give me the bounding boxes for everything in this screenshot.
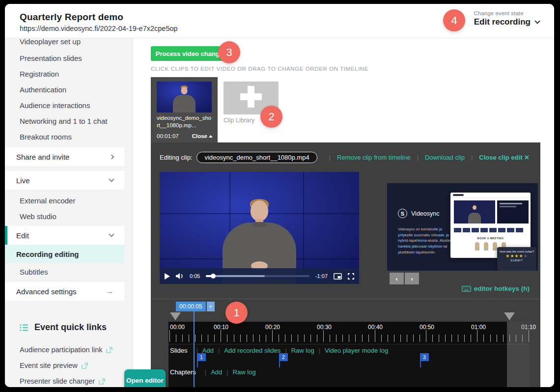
link-event-site-preview[interactable]: Event site preview bbox=[20, 362, 88, 369]
screenshot-video-block bbox=[454, 200, 495, 224]
ruler-tick bbox=[451, 335, 452, 342]
slide-marker-1[interactable]: 1 bbox=[197, 353, 206, 361]
sidebar-item-presentation-slides[interactable]: Presentation slides bbox=[5, 54, 133, 62]
sidebar-item-audience-interactions[interactable]: Audience interactions bbox=[5, 101, 133, 110]
editing-filename-field[interactable]: videosync_demo_short__1080p.mp4 bbox=[196, 152, 317, 163]
slides-add-recorded-link[interactable]: Add recorded slides bbox=[224, 347, 280, 354]
video-player-mode-log-link[interactable]: Video player mode log bbox=[325, 347, 388, 354]
external-link-icon bbox=[106, 347, 112, 353]
close-clip-edit-link[interactable]: Close clip edit ✕ bbox=[479, 154, 530, 161]
ruler-tick bbox=[227, 335, 227, 342]
ruler-tick bbox=[458, 335, 458, 342]
seek-knob[interactable] bbox=[211, 274, 216, 279]
annotation-badge-4: 4 bbox=[443, 9, 465, 31]
next-slide-button[interactable]: › bbox=[405, 273, 419, 284]
slide-marker-2[interactable]: 2 bbox=[279, 353, 288, 361]
link-audience-participation[interactable]: Audience participation link bbox=[20, 346, 112, 354]
app-window: Quarterly Report demo https://demo.video… bbox=[5, 4, 554, 387]
previous-slide-button[interactable]: ‹ bbox=[390, 273, 404, 284]
annotation-badge-3: 3 bbox=[218, 41, 240, 63]
play-button[interactable] bbox=[165, 273, 170, 280]
sidebar-item-registration[interactable]: Registration bbox=[5, 70, 133, 78]
trim-end-handle[interactable] bbox=[504, 312, 515, 320]
rating-stars: ★★★★★ bbox=[497, 253, 536, 259]
clip-filename: videosync_demo_short__1080p.mp... bbox=[157, 114, 213, 129]
chapters-raw-log-link[interactable]: Raw log bbox=[233, 368, 256, 376]
list-icon bbox=[20, 324, 28, 332]
sidebar-section-advanced-settings[interactable]: Advanced settings → bbox=[5, 282, 124, 301]
download-clip-link[interactable]: Download clip bbox=[425, 154, 465, 161]
tick-label: 00:00 bbox=[170, 324, 185, 331]
ruler-tick bbox=[317, 335, 317, 342]
remove-clip-link[interactable]: Remove clip from timeline bbox=[337, 154, 411, 161]
ruler-tick bbox=[362, 335, 363, 342]
keyboard-icon bbox=[462, 286, 471, 292]
chapters-track-row: Chapters | Add | Raw log bbox=[170, 367, 256, 376]
collapse-icon bbox=[209, 135, 213, 138]
slide-brand-row: S Videosync bbox=[398, 209, 439, 218]
slides-raw-log-link[interactable]: Raw log bbox=[291, 347, 314, 354]
playhead-time-badge[interactable]: 00:00:05 + bbox=[176, 302, 215, 311]
external-link-icon bbox=[99, 378, 105, 385]
playhead-line[interactable] bbox=[194, 311, 195, 387]
volume-button[interactable] bbox=[176, 273, 184, 280]
ruler-tick bbox=[310, 335, 311, 342]
sidebar-item-authentication[interactable]: Authentication bbox=[5, 85, 133, 94]
clip-card-selected[interactable]: videosync_demo_short__1080p.mp... 00:01:… bbox=[151, 77, 218, 142]
ruler-tick bbox=[182, 335, 183, 342]
editor-hotkeys-link[interactable]: editor hotkeys (h) bbox=[462, 285, 530, 292]
current-time: 0:05 bbox=[190, 273, 200, 279]
share-invite-label: Share and invite bbox=[16, 153, 69, 161]
slide-brand: Videosync bbox=[411, 210, 439, 217]
fullscreen-button[interactable] bbox=[348, 273, 354, 280]
ruler-tick bbox=[330, 335, 330, 342]
clip-collapse-toggle[interactable]: Close bbox=[192, 133, 213, 139]
active-section-marker bbox=[5, 226, 7, 245]
seek-bar[interactable] bbox=[206, 275, 309, 277]
ruler-tick bbox=[195, 335, 196, 342]
header: Quarterly Report demo https://demo.video… bbox=[5, 4, 554, 38]
slides-label: Slides bbox=[170, 347, 187, 354]
ruler-tick bbox=[323, 330, 324, 342]
timeline-ruler[interactable]: 00:00 00:10 00:20 00:30 00:40 00:50 01:0… bbox=[168, 322, 530, 344]
sidebar-item-breakout-rooms[interactable]: Breakout rooms bbox=[5, 133, 133, 141]
tick-label: 00:40 bbox=[368, 324, 383, 331]
sidebar-item-videoplayer-setup[interactable]: Videoplayer set up bbox=[5, 38, 133, 46]
sidebar-item-web-studio[interactable]: Web studio bbox=[5, 212, 133, 221]
ruler-tick bbox=[298, 335, 298, 342]
ruler-tick bbox=[336, 335, 336, 342]
sidebar-section-share-and-invite[interactable]: Share and invite bbox=[5, 147, 124, 166]
event-quick-links-title: Event quick links bbox=[20, 322, 107, 333]
add-marker-button[interactable]: + bbox=[207, 302, 215, 311]
ruler-tick bbox=[490, 335, 491, 342]
ruler-tick bbox=[247, 335, 247, 342]
chapters-add-link[interactable]: Add bbox=[211, 368, 222, 376]
advanced-settings-label: Advanced settings bbox=[16, 287, 77, 296]
track-area: 00:00 00:10 00:20 00:30 00:40 00:50 01:0… bbox=[168, 322, 530, 387]
chevron-down-icon bbox=[109, 231, 114, 237]
remaining-time: -1:07 bbox=[315, 273, 328, 279]
ruler-tick bbox=[189, 335, 189, 342]
ruler-tick bbox=[201, 335, 202, 342]
ruler-tick bbox=[342, 335, 343, 342]
sidebar-item-networking[interactable]: Networking and 1 to 1 chat bbox=[5, 117, 133, 125]
event-state-dropdown[interactable]: Edit recording bbox=[474, 17, 539, 27]
open-editor-button[interactable]: Open editor bbox=[124, 369, 166, 387]
sidebar-item-subtitles[interactable]: Subtitles bbox=[5, 268, 133, 276]
main-content: Process video changes CLICK CLIPS TO EDI… bbox=[133, 38, 554, 387]
sidebar-section-edit[interactable]: Edit bbox=[5, 226, 124, 245]
sidebar-item-recording-editing[interactable]: Recording editing bbox=[5, 245, 124, 263]
editing-clip-label: Editing clip: bbox=[160, 154, 192, 161]
picture-in-picture-button[interactable] bbox=[334, 273, 342, 280]
page-title: Quarterly Report demo bbox=[20, 12, 123, 23]
link-presenter-slide-changer[interactable]: Presenter slide changer bbox=[20, 377, 105, 385]
video-player[interactable]: 0:05 -1:07 bbox=[160, 172, 359, 284]
slide-preview: S Videosync Videosync on toimistoille ja… bbox=[387, 183, 538, 271]
sidebar: Videoplayer set up Presentation slides R… bbox=[5, 38, 133, 387]
clip-library-label: Clip Library bbox=[224, 117, 254, 124]
trim-start-handle[interactable] bbox=[170, 312, 181, 320]
sidebar-item-external-encoder[interactable]: External encoder bbox=[5, 196, 133, 205]
ruler-tick bbox=[477, 330, 477, 342]
slide-marker-3[interactable]: 3 bbox=[420, 353, 429, 361]
sidebar-section-live[interactable]: Live bbox=[5, 171, 124, 190]
